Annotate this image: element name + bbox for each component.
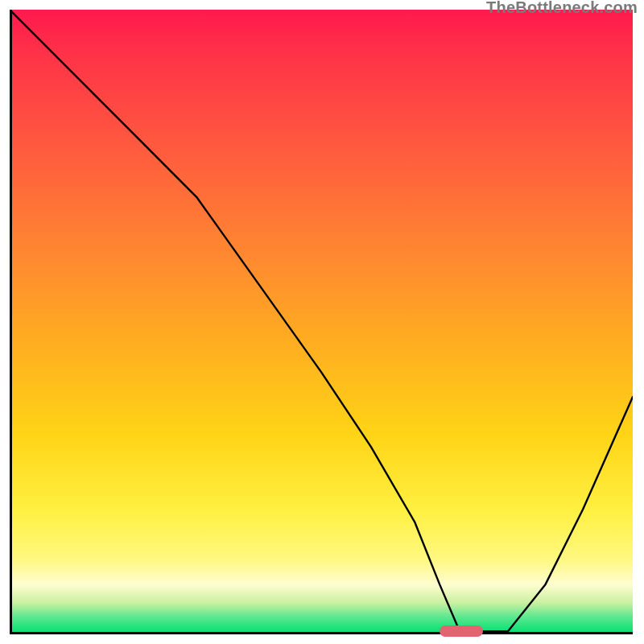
watermark-text: TheBottleneck.com (486, 0, 638, 17)
bottleneck-curve (10, 10, 633, 631)
curve-layer (10, 10, 633, 634)
plot-area (10, 10, 633, 634)
optimal-marker (440, 625, 483, 637)
chart-stage: TheBottleneck.com (0, 0, 644, 644)
